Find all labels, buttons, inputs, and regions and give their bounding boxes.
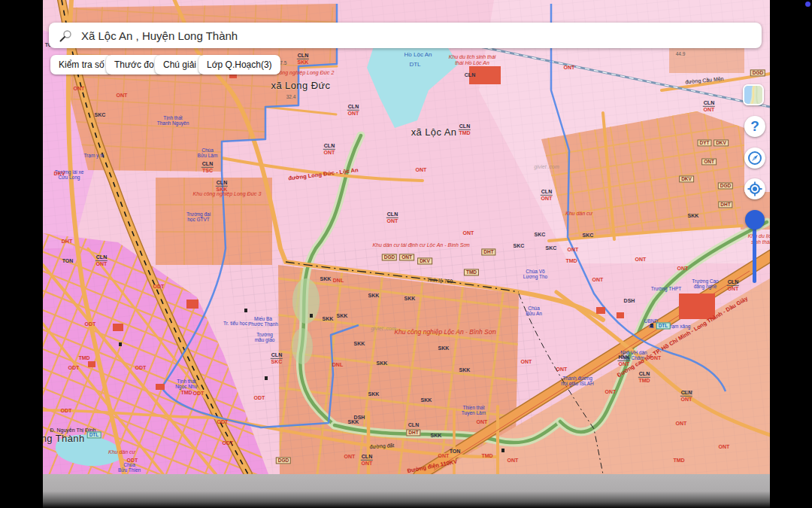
- basemap-thumbnail[interactable]: [743, 84, 764, 105]
- map-label: DHT: [62, 239, 72, 245]
- map-label: Trường THPT: [651, 286, 681, 291]
- map-label: Nhà VH dântộc Chăm: [620, 350, 647, 360]
- map-label: SKC: [95, 112, 106, 118]
- map-label: DGD: [718, 182, 733, 189]
- map-label: CLNSKC: [271, 352, 283, 364]
- compass-icon: [747, 151, 762, 166]
- app-window: xã Long Đứcxã Lộc AnLong ThànhHồ Lộc AnD…: [0, 0, 812, 508]
- check-parcel-button[interactable]: Kiểm tra số: [50, 55, 113, 75]
- measure-button[interactable]: Thước đo: [106, 55, 162, 75]
- map-label: ChùaBửu An: [526, 306, 542, 316]
- zoom-slider-handle[interactable]: [745, 210, 765, 230]
- map-label: DHT: [718, 201, 732, 208]
- map-label: giviet .com: [534, 164, 559, 170]
- my-location-button[interactable]: [744, 178, 765, 199]
- map-label: ODT: [153, 284, 165, 290]
- map-label: ONT: [508, 458, 519, 464]
- map-label: 51.2: [683, 390, 693, 395]
- help-button[interactable]: ?: [744, 116, 765, 137]
- map-label: CLNTSC: [201, 161, 214, 173]
- map-label: ONT: [564, 65, 575, 71]
- map-label: ODT: [217, 419, 229, 425]
- map-label: ONT: [635, 257, 647, 263]
- map-label: ODT: [61, 408, 72, 414]
- search-bar[interactable]: Xã Lộc An , Huyện Long Thành: [49, 23, 762, 48]
- map-label: CLNSKK: [297, 53, 309, 65]
- map-label: Chùa VõLương Tho: [523, 269, 547, 279]
- map-label: ONT: [592, 277, 604, 283]
- map-label: ONT: [399, 254, 414, 260]
- map-label: SKK: [368, 391, 380, 397]
- map-label: Trườngmẫu giáo: [255, 332, 275, 342]
- map-label: CLNONT: [347, 104, 359, 116]
- map-label: DTL: [656, 322, 671, 329]
- map-label: DNL: [332, 362, 343, 368]
- map-label: DHT: [406, 429, 420, 436]
- map-label: CLNONT: [727, 279, 739, 291]
- map-label: ODT: [127, 458, 138, 464]
- map-label: Khu dân cư: [108, 449, 135, 455]
- map-label: SKC: [583, 233, 594, 239]
- map-label: DTL: [87, 431, 102, 438]
- map-label: CLN: [465, 72, 475, 78]
- map-label: đường đất: [369, 443, 394, 450]
- map-label: DYT: [698, 139, 712, 146]
- map-label: DSH: [354, 415, 365, 421]
- map-label: ODT: [223, 440, 234, 446]
- map-label: DNL: [333, 278, 344, 284]
- map-label: ODT: [135, 365, 147, 371]
- map-label: SKK: [323, 316, 334, 322]
- map-label: SKC: [535, 232, 546, 238]
- map-label: DKV: [54, 171, 65, 177]
- map-label: ONT: [719, 444, 730, 450]
- map-label: SKK: [459, 367, 471, 373]
- map-label: ONT: [463, 230, 474, 236]
- map-label: DKV: [714, 139, 729, 146]
- map-label: SKK: [431, 433, 442, 439]
- map-label: HNKONT: [617, 354, 630, 367]
- map-label: SKK: [404, 296, 416, 302]
- map-label: Trường Caođẳng nghề: [692, 278, 718, 289]
- legend-button[interactable]: Chú giải: [155, 55, 205, 75]
- map-label: Thiền thấtTuyền Lâm: [462, 405, 486, 415]
- map-label: ODT: [254, 395, 265, 401]
- map-label: TMD: [673, 458, 684, 464]
- map-label: Khu du lịchsinh thái: [748, 233, 770, 245]
- map-label: SKK: [438, 345, 450, 351]
- map-label: ChùaBửu Lâm: [198, 148, 218, 158]
- map-label: đường Long Đức - Lộc An: [288, 167, 359, 182]
- map-label: SKK: [368, 293, 380, 299]
- map-label: ONT: [438, 453, 450, 459]
- map-label: DKV: [679, 175, 694, 182]
- map-label: SKK: [354, 341, 365, 347]
- map-label: ODT: [85, 321, 96, 327]
- map-label: Khu dân cư tái định cư Lộc An - Bình Sơn: [372, 242, 469, 248]
- map-label: DTL: [409, 62, 420, 68]
- map-label: Trạm y tế: [83, 153, 104, 158]
- map-label: SKK: [688, 213, 699, 219]
- map-label: Đ. Nguyễn Thị Định: [50, 427, 96, 433]
- map-label: TMD: [565, 258, 577, 264]
- zoom-slider-track[interactable]: [753, 227, 756, 283]
- search-icon: [59, 29, 72, 42]
- map-label: TMD: [180, 390, 192, 396]
- map-label: xã Long Đức: [271, 81, 331, 91]
- compass-button[interactable]: [744, 148, 765, 169]
- map-label: SKK: [377, 360, 388, 367]
- map-label: ONT: [568, 247, 579, 253]
- map-label: ONT: [416, 167, 427, 173]
- map-label: 32.4: [286, 94, 296, 99]
- map-label: ONT: [605, 389, 617, 395]
- map-label: DGD: [750, 69, 765, 76]
- map-label: DGD: [276, 457, 291, 464]
- search-input-value[interactable]: Xã Lộc An , Huyện Long Thành: [81, 29, 238, 42]
- map-label: DHT: [481, 248, 495, 255]
- map-label: ONT: [556, 367, 568, 373]
- map-label: Khu du lịch sinh tháithái Hồ Lộc An: [449, 54, 496, 65]
- map-label: TON: [450, 449, 461, 455]
- planning-layers-button[interactable]: Lớp Q.Hoạch(3): [198, 55, 280, 75]
- map-label: SKK: [348, 419, 359, 425]
- map-label: xã Lộc An: [411, 127, 457, 138]
- map-label: Tịnh thấtThanh Nguyên: [157, 115, 189, 126]
- map-label: ODT: [193, 391, 205, 397]
